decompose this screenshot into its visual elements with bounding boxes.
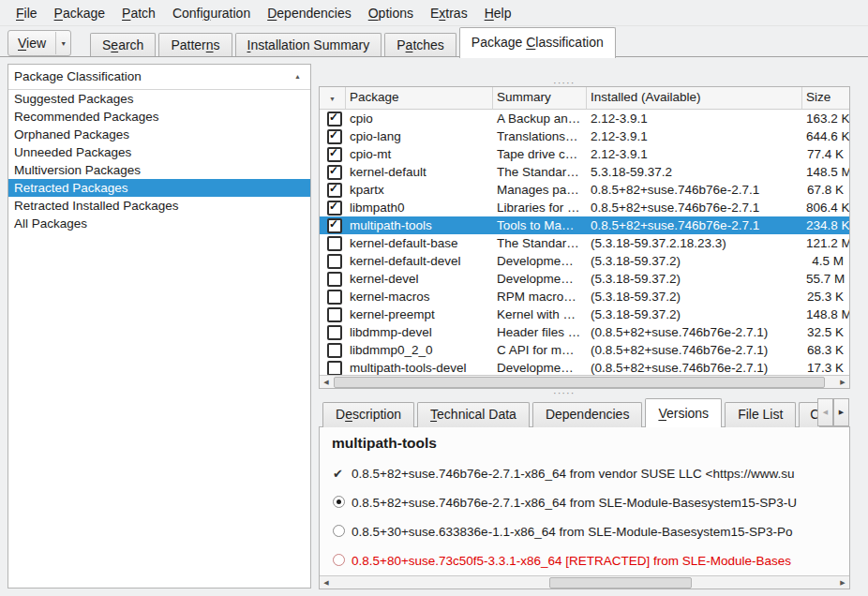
table-row[interactable]: ✓kpartxManages pa…0.8.5+82+suse.746b76e-… [320,181,849,199]
label-text: File List [738,407,783,422]
scrollbar-thumb[interactable] [549,577,692,589]
sidebar-item-retracted-packages[interactable]: Retracted Packages [8,179,310,197]
checkbox-checked[interactable]: ✓ [327,112,342,127]
view-tab-bar: View ▼ SearchPatternsInstallation Summar… [0,26,868,57]
package-size: 806.4 K [802,199,849,216]
mnemonic-underline: O [368,6,379,21]
radio-unselected-icon[interactable] [333,525,352,540]
table-row[interactable]: ✓cpio-mtTape drive c…2.12-3.9.177.4 K [320,145,849,163]
checkbox-checked[interactable]: ✓ [327,218,342,233]
checkbox-checked[interactable]: ✓ [327,201,342,216]
table-row[interactable]: kernel-default-develDevelopme…(5.3.18-59… [320,252,849,270]
menu-extras[interactable]: Extras [422,0,476,26]
package-summary: Translations… [493,127,587,145]
tab-patches[interactable]: Patches [384,33,456,57]
sidebar-item-multiversion-packages[interactable]: Multiversion Packages [8,161,310,179]
sort-ascending-icon[interactable]: ▲ [294,65,301,89]
tab-scroll-right-icon[interactable]: ▶ [833,398,849,426]
menu-patch[interactable]: Patch [113,0,164,26]
table-row[interactable]: kernel-default-baseThe Standar…(5.3.18-5… [320,234,849,252]
checkbox-checked[interactable]: ✓ [327,129,342,144]
table-horizontal-scrollbar[interactable]: ◀ ▶ [320,375,849,388]
check-icon: ✓ [329,111,338,124]
sidebar-item-all-packages[interactable]: All Packages [8,215,310,232]
label-text: echnical Data [437,407,516,422]
column-header-installed-available[interactable]: Installed (Available) [587,87,802,109]
checkbox-unchecked[interactable] [327,325,342,340]
detail-tab-technical-data[interactable]: Technical Data [417,402,530,427]
checkbox-unchecked[interactable] [327,307,342,322]
tab-installation-summary[interactable]: Installation Summary [235,33,382,57]
version-row[interactable]: 0.8.5+30+suse.633836e-1.1-x86_64 from SL… [320,517,849,546]
dropdown-arrow-icon[interactable]: ▼ [56,40,70,47]
classification-sidebar: Package Classification ▲ Suggested Packa… [7,64,311,589]
detail-tab-versions[interactable]: Versions [645,398,722,427]
package-installed-version: 2.12-3.9.1 [587,145,802,163]
table-row[interactable]: ✓cpioA Backup an…2.12-3.9.1163.2 K [320,110,849,127]
table-row[interactable]: kernel-macrosRPM macro…(5.3.18-59.37.2)2… [320,288,849,305]
checkbox-unchecked[interactable] [327,254,342,269]
scrollbar-thumb[interactable] [334,377,825,388]
table-row[interactable]: libdmmp-develHeader files …(0.8.5+82+sus… [320,323,849,341]
table-row[interactable]: kernel-preemptKernel with …(5.3.18-59.37… [320,305,849,323]
menu-dependencies[interactable]: Dependencies [259,0,360,26]
sidebar-item-retracted-installed-packages[interactable]: Retracted Installed Packages [8,197,310,215]
view-button[interactable]: View ▼ [7,30,71,56]
detail-tab-file-list[interactable]: File List [725,402,796,427]
table-row[interactable]: ✓multipath-toolsTools to Ma…0.8.5+82+sus… [320,216,849,234]
table-row[interactable]: ✓libmpath0Libraries for …0.8.5+82+suse.7… [320,199,849,216]
sidebar-header[interactable]: Package Classification ▲ [8,65,310,90]
column-header-package[interactable]: Package [346,87,493,109]
package-size: 67.8 K [802,181,849,199]
menu-configuration[interactable]: Configuration [164,0,259,26]
menu-package[interactable]: Package [46,0,114,26]
tab-scroll-left-icon[interactable]: ◀ [817,398,833,426]
tab-search[interactable]: Search [90,33,156,57]
splitter-handle-icon[interactable]: ····· [553,79,575,86]
checkbox-checked[interactable]: ✓ [327,147,342,162]
menu-help[interactable]: Help [476,0,520,26]
radio-unselected-icon[interactable] [333,554,352,569]
version-row[interactable]: ✔0.8.5+82+suse.746b76e-2.7.1-x86_64 from… [320,459,849,488]
column-header-size[interactable]: Size [802,87,849,109]
tab-package-classification[interactable]: Package Classification [459,27,616,58]
panel-horizontal-scrollbar[interactable]: ◀ ▶ [320,575,849,589]
checkbox-unchecked[interactable] [327,290,342,305]
sidebar-item-orphaned-packages[interactable]: Orphaned Packages [8,126,310,143]
scroll-left-icon[interactable]: ◀ [320,577,333,589]
table-row[interactable]: libdmmp0_2_0C API for m…(0.8.5+82+suse.7… [320,341,849,359]
sidebar-item-recommended-packages[interactable]: Recommended Packages [8,108,310,126]
menu-file[interactable]: File [7,0,46,26]
tab-patterns[interactable]: Patterns [158,33,232,57]
detail-tab-dependencies[interactable]: Dependencies [532,402,643,427]
radio-selected-icon[interactable] [333,496,352,511]
check-icon: ✓ [329,164,338,177]
detail-tab-description[interactable]: Description [322,402,414,427]
mnemonic-underline: H [485,6,494,21]
column-header-summary[interactable]: Summary [493,87,587,109]
version-text: 0.8.5+82+suse.746b76e-2.7.1-x86_64 from … [352,496,797,510]
mnemonic-underline: P [54,6,63,21]
version-row[interactable]: 0.8.5+82+suse.746b76e-2.7.1-x86_64 from … [320,488,849,517]
scroll-right-icon[interactable]: ▶ [836,577,849,589]
checkbox-unchecked[interactable] [327,272,342,287]
label-text: tches [412,37,443,52]
label-text: D [336,407,345,422]
version-row[interactable]: 0.8.5+80+suse.73c50f5-3.3.1-x86_64 [RETR… [320,546,849,575]
sidebar-item-unneeded-packages[interactable]: Unneeded Packages [8,143,310,161]
checkbox-unchecked[interactable] [327,236,342,251]
scroll-left-icon[interactable]: ◀ [320,377,333,388]
table-row[interactable]: kernel-develDevelopme…(5.3.18-59.37.2)55… [320,270,849,288]
checkbox-checked[interactable]: ✓ [327,165,342,180]
scroll-right-icon[interactable]: ▶ [836,377,849,388]
checkbox-checked[interactable]: ✓ [327,183,342,198]
detail-tab-cha[interactable]: Cha [799,402,819,427]
table-row[interactable]: ✓cpio-langTranslations…2.12-3.9.1644.6 K [320,127,849,145]
checkbox-unchecked[interactable] [327,343,342,358]
splitter-handle-icon[interactable]: ····· [553,389,575,396]
status-column-header[interactable]: ▼ [320,87,346,109]
package-size: 644.6 K [802,127,849,145]
table-row[interactable]: ✓kernel-defaultThe Standar…5.3.18-59.37.… [320,163,849,181]
sidebar-item-suggested-packages[interactable]: Suggested Packages [8,90,310,108]
menu-options[interactable]: Options [360,0,422,26]
